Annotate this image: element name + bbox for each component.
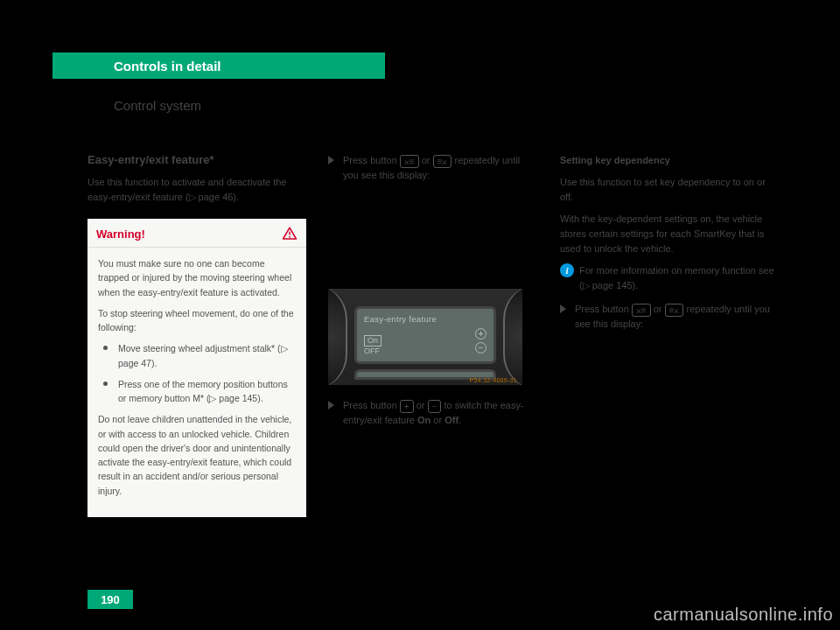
text-fragment: or <box>651 304 665 314</box>
step-text: Press button ⨉≡ or ≡⨉ repeatedly until y… <box>343 153 534 183</box>
text-fragment: . <box>458 415 461 425</box>
warning-p2: To stop steering wheel movement, do one … <box>98 306 296 335</box>
gauge-right <box>503 289 522 385</box>
column-2-top: Press button ⨉≡ or ≡⨉ repeatedly until y… <box>328 153 534 190</box>
subsection-title: Easy-entry/exit feature* <box>88 153 214 166</box>
info-body: For more information on memory function … <box>579 263 774 293</box>
plus-icon: + <box>475 328 486 340</box>
col3-heading: Setting key dependency <box>560 155 670 165</box>
minus-icon: − <box>475 342 486 354</box>
image-reference-code: P54.32-4089-31 <box>470 377 517 383</box>
warning-triangle-icon <box>282 226 298 242</box>
instruction-step: Press button + or − to switch the easy-e… <box>328 398 534 428</box>
column-2-bottom: Press button + or − to switch the easy-e… <box>328 398 534 435</box>
bullet-icon <box>103 382 108 386</box>
page-number: 190 <box>101 593 120 606</box>
warning-p3: Do not leave children unattended in the … <box>98 412 296 498</box>
warning-title: Warning! <box>96 228 145 241</box>
lcd-option-on: On <box>364 335 382 346</box>
text-fragment: Press button <box>343 155 400 165</box>
info-icon: i <box>560 263 574 277</box>
off-label: Off <box>444 415 458 425</box>
text-fragment: or <box>414 400 428 410</box>
svg-point-1 <box>289 236 290 238</box>
step-arrow-icon <box>328 401 334 410</box>
instruction-step: Press button ⨉≡ or ≡⨉ repeatedly until y… <box>560 302 774 332</box>
col3-p2: With the key-dependent settings on, the … <box>560 212 774 256</box>
minus-button-icon: − <box>428 400 442 413</box>
section-title: Control system <box>114 98 201 113</box>
bullet-icon <box>103 346 108 350</box>
text-fragment: Press button <box>575 304 632 314</box>
bullet-text: Press one of the memory position buttons… <box>118 377 296 406</box>
manual-page: Controls in detail Control system Easy-e… <box>39 26 801 604</box>
step-arrow-icon <box>328 156 334 164</box>
info-note: i For more information on memory functio… <box>560 263 774 293</box>
lcd-title: Easy-entry feature <box>364 314 486 324</box>
text-fragment: or <box>430 415 444 425</box>
header-title: Controls in detail <box>114 59 221 74</box>
plus-button-icon: + <box>400 400 414 413</box>
next-page-button-icon: ≡⨉ <box>433 155 452 168</box>
lcd-plus-minus: + − <box>475 328 486 356</box>
gauge-left <box>328 289 347 385</box>
warning-p1: You must make sure no one can become tra… <box>98 256 296 299</box>
warning-box: Warning! You must make sure no one can b… <box>88 219 306 517</box>
list-item: Press one of the memory position buttons… <box>98 377 296 406</box>
column-3: Setting key dependency Use this function… <box>560 153 774 339</box>
bullet-text: Move steering wheel adjustment stalk* (▷… <box>118 341 296 370</box>
step-arrow-icon <box>560 304 566 313</box>
col3-p1: Use this function to set key dependency … <box>560 175 774 205</box>
page-number-box: 190 <box>88 590 133 609</box>
text-fragment: or <box>419 155 433 165</box>
lcd-option-off: OFF <box>364 346 380 355</box>
warning-header: Warning! <box>88 219 306 248</box>
lcd-display: Easy-entry feature On OFF + − <box>354 306 496 364</box>
watermark: carmanualsonline.info <box>654 605 833 625</box>
list-item: Move steering wheel adjustment stalk* (▷… <box>98 341 296 370</box>
prev-page-button-icon: ⨉≡ <box>400 155 419 168</box>
lcd-options: On OFF <box>364 335 382 356</box>
intro-text: Use this function to activate and deacti… <box>88 175 306 204</box>
step-text: Press button + or − to switch the easy-e… <box>343 398 534 428</box>
warning-bullet-list: Move steering wheel adjustment stalk* (▷… <box>98 341 296 405</box>
prev-page-button-icon: ⨉≡ <box>632 304 651 317</box>
warning-body: You must make sure no one can become tra… <box>88 248 306 517</box>
text-fragment: Press button <box>343 400 400 410</box>
instrument-cluster-image: Easy-entry feature On OFF + − P54.32-408… <box>328 289 522 385</box>
instruction-step: Press button ⨉≡ or ≡⨉ repeatedly until y… <box>328 153 534 183</box>
on-label: On <box>417 415 430 425</box>
header-bar: Controls in detail <box>52 52 385 79</box>
step-text: Press button ⨉≡ or ≡⨉ repeatedly until y… <box>575 302 774 332</box>
next-page-button-icon: ≡⨉ <box>665 304 684 317</box>
